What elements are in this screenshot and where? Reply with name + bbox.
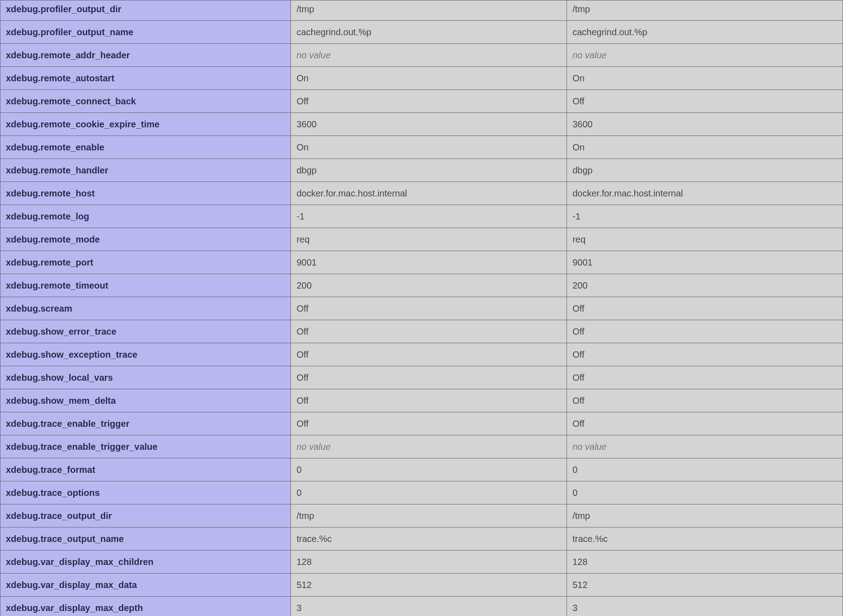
table-row: xdebug.remote_hostdocker.for.mac.host.in… — [0, 182, 843, 205]
directive-cell: xdebug.show_mem_delta — [0, 389, 291, 412]
local-value-cell: no value — [291, 435, 567, 458]
master-value-cell: 9001 — [567, 251, 843, 274]
table-row: xdebug.remote_enableOnOn — [0, 136, 843, 159]
local-value-cell: 128 — [291, 551, 567, 574]
master-value-cell: 128 — [567, 551, 843, 574]
table-row: xdebug.trace_output_dir/tmp/tmp — [0, 504, 843, 527]
table-row: xdebug.var_display_max_children128128 — [0, 551, 843, 574]
directive-cell: xdebug.remote_addr_header — [0, 44, 291, 67]
directive-cell: xdebug.trace_format — [0, 458, 291, 481]
table-row: xdebug.var_display_max_depth33 — [0, 597, 843, 616]
table-row: xdebug.remote_log-1-1 — [0, 205, 843, 228]
directive-cell: xdebug.remote_enable — [0, 136, 291, 159]
directive-cell: xdebug.scream — [0, 297, 291, 320]
master-value-cell: Off — [567, 343, 843, 366]
directive-cell: xdebug.remote_connect_back — [0, 90, 291, 113]
table-row: xdebug.trace_format00 — [0, 458, 843, 481]
local-value-cell: trace.%c — [291, 527, 567, 551]
local-value-cell: -1 — [291, 205, 567, 228]
master-value-cell: 3 — [567, 597, 843, 616]
local-value-cell: 3 — [291, 597, 567, 616]
directive-cell: xdebug.remote_handler — [0, 159, 291, 182]
table-row: xdebug.remote_timeout200200 — [0, 274, 843, 297]
table-row: xdebug.show_mem_deltaOffOff — [0, 389, 843, 412]
master-value-cell: no value — [567, 44, 843, 67]
master-value-cell: 0 — [567, 458, 843, 481]
local-value-cell: 0 — [291, 458, 567, 481]
table-row: xdebug.screamOffOff — [0, 297, 843, 320]
local-value-cell: dbgp — [291, 159, 567, 182]
master-value-cell: -1 — [567, 205, 843, 228]
table-row: xdebug.profiler_output_namecachegrind.ou… — [0, 21, 843, 44]
local-value-cell: Off — [291, 366, 567, 389]
directive-cell: xdebug.remote_autostart — [0, 67, 291, 90]
directive-cell: xdebug.trace_options — [0, 481, 291, 504]
master-value-cell: cachegrind.out.%p — [567, 21, 843, 44]
local-value-cell: 512 — [291, 574, 567, 597]
master-value-cell: 512 — [567, 574, 843, 597]
master-value-cell: /tmp — [567, 504, 843, 527]
directive-cell: xdebug.profiler_output_name — [0, 21, 291, 44]
xdebug-config-table: xdebug.profiler_output_dir/tmp/tmpxdebug… — [0, 0, 843, 616]
local-value-cell: /tmp — [291, 504, 567, 527]
local-value-cell: req — [291, 228, 567, 251]
table-row: xdebug.profiler_output_dir/tmp/tmp — [0, 0, 843, 21]
table-row: xdebug.remote_modereqreq — [0, 228, 843, 251]
master-value-cell: dbgp — [567, 159, 843, 182]
directive-cell: xdebug.show_exception_trace — [0, 343, 291, 366]
local-value-cell: Off — [291, 389, 567, 412]
table-row: xdebug.remote_addr_headerno valueno valu… — [0, 44, 843, 67]
table-row: xdebug.trace_output_nametrace.%ctrace.%c — [0, 527, 843, 551]
no-value-label: no value — [572, 442, 607, 452]
local-value-cell: 200 — [291, 274, 567, 297]
local-value-cell: 3600 — [291, 113, 567, 136]
directive-cell: xdebug.profiler_output_dir — [0, 0, 291, 21]
local-value-cell: Off — [291, 343, 567, 366]
table-row: xdebug.trace_enable_trigger_valueno valu… — [0, 435, 843, 458]
table-row: xdebug.remote_port90019001 — [0, 251, 843, 274]
master-value-cell: Off — [567, 297, 843, 320]
local-value-cell: Off — [291, 90, 567, 113]
directive-cell: xdebug.remote_timeout — [0, 274, 291, 297]
directive-cell: xdebug.trace_output_dir — [0, 504, 291, 527]
local-value-cell: Off — [291, 412, 567, 435]
local-value-cell: On — [291, 67, 567, 90]
directive-cell: xdebug.show_local_vars — [0, 366, 291, 389]
directive-cell: xdebug.remote_cookie_expire_time — [0, 113, 291, 136]
local-value-cell: no value — [291, 44, 567, 67]
master-value-cell: 0 — [567, 481, 843, 504]
table-row: xdebug.remote_autostartOnOn — [0, 67, 843, 90]
master-value-cell: trace.%c — [567, 527, 843, 551]
no-value-label: no value — [296, 442, 331, 452]
master-value-cell: Off — [567, 90, 843, 113]
master-value-cell: Off — [567, 389, 843, 412]
local-value-cell: Off — [291, 320, 567, 343]
directive-cell: xdebug.var_display_max_children — [0, 551, 291, 574]
directive-cell: xdebug.var_display_max_data — [0, 574, 291, 597]
directive-cell: xdebug.remote_mode — [0, 228, 291, 251]
no-value-label: no value — [296, 50, 331, 60]
no-value-label: no value — [572, 50, 607, 60]
directive-cell: xdebug.remote_port — [0, 251, 291, 274]
local-value-cell: 9001 — [291, 251, 567, 274]
master-value-cell: Off — [567, 366, 843, 389]
local-value-cell: cachegrind.out.%p — [291, 21, 567, 44]
directive-cell: xdebug.show_error_trace — [0, 320, 291, 343]
directive-cell: xdebug.trace_enable_trigger — [0, 412, 291, 435]
directive-cell: xdebug.remote_log — [0, 205, 291, 228]
local-value-cell: /tmp — [291, 0, 567, 21]
master-value-cell: /tmp — [567, 0, 843, 21]
table-row: xdebug.trace_options00 — [0, 481, 843, 504]
directive-cell: xdebug.remote_host — [0, 182, 291, 205]
table-row: xdebug.show_local_varsOffOff — [0, 366, 843, 389]
local-value-cell: Off — [291, 297, 567, 320]
directive-cell: xdebug.trace_output_name — [0, 527, 291, 551]
master-value-cell: 3600 — [567, 113, 843, 136]
table-row: xdebug.remote_cookie_expire_time36003600 — [0, 113, 843, 136]
table-row: xdebug.var_display_max_data512512 — [0, 574, 843, 597]
local-value-cell: docker.for.mac.host.internal — [291, 182, 567, 205]
master-value-cell: On — [567, 67, 843, 90]
master-value-cell: req — [567, 228, 843, 251]
directive-cell: xdebug.var_display_max_depth — [0, 597, 291, 616]
table-row: xdebug.show_exception_traceOffOff — [0, 343, 843, 366]
